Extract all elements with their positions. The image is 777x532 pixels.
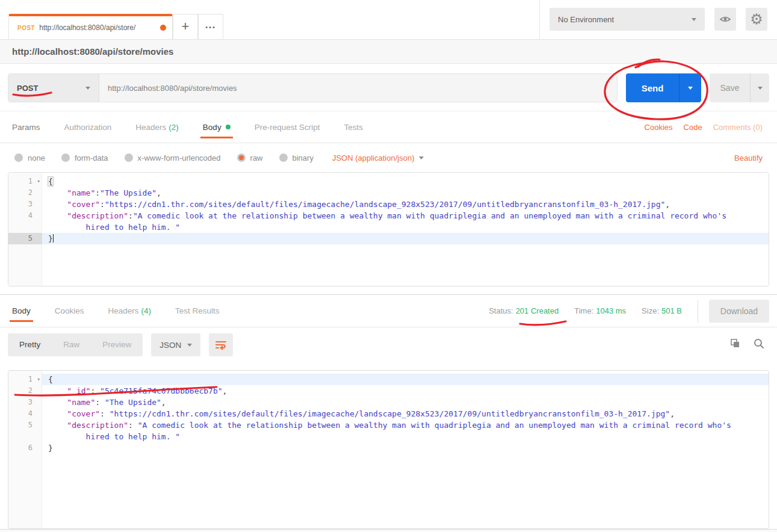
cookies-link[interactable]: Cookies [645, 123, 673, 132]
editor-code: 1▾{2 "_id": "5c4e715fa74c07dbbb6ecb7b",3… [8, 371, 769, 454]
environment-area: No Environment ⚙ [540, 0, 777, 39]
code-token: "A comedic look at the relationship betw… [133, 211, 726, 220]
response-body-editor[interactable]: 1▾{2 "_id": "5c4e715fa74c07dbbb6ecb7b",3… [8, 370, 769, 529]
code-token: "cover" [67, 409, 100, 418]
response-header: BodyCookiesHeaders(4)Test Results Status… [0, 295, 777, 327]
copy-response-button[interactable] [729, 338, 741, 352]
chevron-down-icon [692, 18, 696, 21]
chevron-down-icon [758, 87, 763, 90]
response-format-select[interactable]: JSON [151, 333, 200, 356]
code-text: "_id": "5c4e715fa74c07dbbb6ecb7b", [42, 385, 769, 397]
code-line: 4 "description":"A comedic look at the r… [8, 210, 769, 221]
response-toolbar-icons [729, 338, 765, 352]
code-token: hired to help him. " [48, 432, 180, 441]
new-tab-button[interactable]: + [173, 14, 198, 39]
radio-icon [279, 153, 288, 162]
code-token: "A comedic look at the relationship betw… [138, 421, 731, 430]
response-tab-cookies[interactable]: Cookies [55, 295, 84, 327]
send-options-button[interactable] [679, 73, 701, 102]
request-builder-bar: POST http://localhost:8080/api/store/mov… [0, 64, 777, 111]
code-text: "cover":"https://cdn1.thr.com/sites/defa… [42, 199, 769, 210]
response-meta-values: Status:201 CreatedTime:1043 msSize:501 B [473, 306, 682, 315]
radio-label: raw [250, 153, 263, 162]
meta-label: Size: [642, 306, 659, 315]
tab-params[interactable]: Params [12, 111, 40, 143]
radio-binary[interactable]: binary [279, 153, 314, 162]
eye-icon [719, 13, 732, 25]
radio-none[interactable]: none [14, 153, 45, 162]
method-select[interactable]: POST [8, 74, 99, 102]
radio-label: form-data [75, 153, 108, 162]
wrap-lines-button[interactable] [209, 333, 233, 356]
tab-authorization[interactable]: Authorization [64, 111, 112, 143]
code-line: hired to help him. " [8, 431, 769, 442]
radio-raw[interactable]: raw [237, 153, 263, 162]
environment-select[interactable]: No Environment [549, 8, 705, 31]
tab-label: Headers [135, 123, 166, 132]
meta-time: Time:1043 ms [574, 306, 626, 315]
code-line: 5} [8, 233, 769, 244]
comments-0-link[interactable]: Comments (0) [713, 123, 763, 132]
code-text: hired to help him. " [42, 431, 769, 442]
line-number: 1▾ [8, 374, 42, 385]
view-raw[interactable]: Raw [52, 333, 91, 356]
request-body-editor[interactable]: 1▾{2 "name":"The Upside",3 "cover":"http… [8, 172, 769, 286]
tab-label: Authorization [64, 123, 112, 132]
save-button-group: Save [710, 73, 769, 102]
fold-arrow-icon[interactable]: ▾ [37, 176, 40, 187]
code-token: , [665, 200, 670, 209]
radio-x-www-form-urlencoded[interactable]: x-www-form-urlencoded [125, 153, 221, 162]
environment-quicklook-button[interactable] [714, 8, 736, 31]
body-format-select[interactable]: JSON (application/json) [332, 153, 424, 162]
url-input[interactable]: http://localhost:8080/api/store/movies [99, 74, 617, 102]
settings-button[interactable]: ⚙ [746, 8, 767, 31]
response-tab-test-results[interactable]: Test Results [175, 295, 220, 327]
beautify-link[interactable]: Beautify [734, 153, 763, 162]
save-options-button[interactable] [750, 73, 769, 102]
line-number: 4 [8, 408, 42, 419]
meta-status: Status:201 Created [489, 306, 559, 315]
code-text: "description": "A comedic look at the re… [42, 419, 769, 431]
code-token: "name" [67, 398, 95, 407]
code-token: "_id" [67, 386, 90, 395]
tab-tests[interactable]: Tests [344, 111, 363, 143]
line-number [8, 221, 42, 233]
line-number [8, 431, 42, 442]
code-token: : [128, 421, 138, 430]
tab-pre-request-script[interactable]: Pre-request Script [255, 111, 320, 143]
tab-headers[interactable]: Headers(2) [135, 111, 179, 143]
code-token: "cover" [67, 200, 100, 209]
code-text: "cover": "https://cdn1.thr.com/sites/def… [42, 408, 769, 419]
response-tabs: BodyCookiesHeaders(4)Test Results [12, 295, 244, 327]
response-meta: Status:201 CreatedTime:1043 msSize:501 B… [473, 300, 769, 323]
line-number: 6 [8, 442, 42, 454]
view-preview[interactable]: Preview [91, 333, 143, 356]
code-token: } [48, 234, 53, 243]
postman-app: POST http://localhost:8080/api/store/ + … [0, 0, 777, 532]
fold-arrow-icon[interactable]: ▾ [37, 374, 40, 385]
method-select-label: POST [17, 84, 38, 93]
tab-body[interactable]: Body [203, 111, 231, 143]
code-text: } [42, 233, 769, 244]
code-link[interactable]: Code [684, 123, 702, 132]
request-tab[interactable]: POST http://localhost:8080/api/store/ [8, 14, 173, 39]
save-button[interactable]: Save [710, 73, 750, 102]
download-button[interactable]: Download [709, 300, 769, 323]
search-response-button[interactable] [753, 338, 765, 352]
line-number: 1▾ [8, 176, 42, 187]
environment-select-label: No Environment [558, 15, 614, 24]
bottom-strip [0, 529, 777, 532]
response-tab-body[interactable]: Body [12, 295, 31, 327]
view-pretty[interactable]: Pretty [8, 333, 52, 356]
code-token: : [128, 211, 133, 220]
tab-options-button[interactable]: ••• [198, 14, 223, 39]
code-token: , [156, 188, 161, 197]
send-button[interactable]: Send [626, 73, 679, 102]
request-tabs-links: CookiesCodeComments (0) [645, 123, 763, 132]
chevron-down-icon [187, 344, 192, 347]
line-number: 3 [8, 199, 42, 210]
response-tab-headers[interactable]: Headers(4) [108, 295, 152, 327]
title-strip: http://localhost:8080/api/store/movies [0, 40, 777, 64]
tab-count-badge: (2) [169, 123, 179, 132]
radio-form-data[interactable]: form-data [61, 153, 108, 162]
